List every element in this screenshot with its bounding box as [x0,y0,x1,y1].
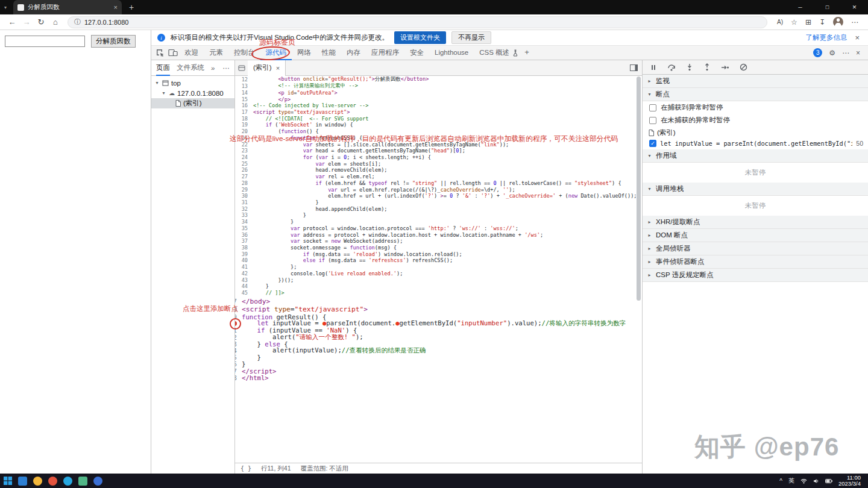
wifi-icon[interactable] [800,478,807,484]
section-XHR/提取断点[interactable]: ▸XHR/提取断点 [643,216,868,229]
tray-expand-icon[interactable]: ^ [779,478,782,484]
tab-close-icon[interactable]: × [114,4,118,11]
breakpoint-file-group[interactable]: (索引) [643,127,868,139]
more-tabs-icon[interactable]: » [211,64,215,72]
browser-menu-icon[interactable]: ⋯ [851,18,858,27]
section-事件侦听器断点[interactable]: ▸事件侦听器断点 [643,255,868,269]
number-input[interactable] [5,36,85,47]
checkbox-unchecked-icon[interactable] [649,104,656,111]
line-number[interactable]: 28 [235,180,253,186]
inspect-element-icon[interactable] [154,47,166,59]
clock[interactable]: 11:00 2023/3/4 [838,475,861,487]
pretty-print-icon[interactable]: { } [241,465,251,472]
tab-search-icon[interactable]: ▾ [0,5,11,10]
line-number[interactable]: 39 [235,251,253,257]
address-bar[interactable]: ⓘ 127.0.0.1:8080 [68,16,767,28]
section-全局侦听器[interactable]: ▸全局侦听器 [643,242,868,255]
navigator-menu-icon[interactable]: ⋯ [223,64,230,72]
line-number[interactable]: 14 [235,90,253,96]
close-button[interactable]: ✕ [841,0,868,14]
site-info-icon[interactable]: ⓘ [74,17,81,27]
dismiss-button[interactable]: 不再显示 [451,31,491,44]
section-CSP 违反规定断点[interactable]: ▸CSP 违反规定断点 [643,269,868,282]
editor-file-tab[interactable]: (索引) × [248,60,286,76]
line-number[interactable]: 19 [235,122,253,128]
volume-icon[interactable] [813,478,819,484]
devtools-close-icon[interactable]: × [856,49,860,57]
pause-button[interactable] [650,64,657,71]
devtools-tab-内存[interactable]: 内存 [341,46,366,60]
device-toolbar-icon[interactable] [166,47,179,59]
editor-tab-list-icon[interactable] [235,62,248,74]
step-button[interactable] [721,64,729,71]
new-tab-button[interactable]: + [129,2,134,12]
maximize-button[interactable]: □ [814,0,841,14]
line-number[interactable]: 34 [235,219,253,225]
breakpoint-entry[interactable]: ✓ let inputValue = parseInt(document.get… [643,139,868,149]
line-number[interactable]: 31 [235,199,253,205]
tree-item-top[interactable]: ▾top [151,78,234,88]
taskbar-app-icon[interactable] [48,477,57,486]
line-number[interactable]: 30 [235,193,253,199]
pause-caught-row[interactable]: 在捕获到异常时暂停 [643,101,868,114]
read-aloud-icon[interactable]: A) [777,19,783,25]
line-number[interactable]: 13 [235,83,253,89]
devtools-tab-CSS 概述[interactable]: CSS 概述 [474,46,515,60]
line-number[interactable]: 56 [235,360,242,368]
line-number[interactable]: 12 [235,77,253,83]
line-number[interactable]: 35 [235,225,253,231]
infobar-close-icon[interactable]: × [852,33,862,42]
start-button[interactable] [4,477,12,485]
more-tools-button[interactable]: + [521,46,533,60]
section-breakpoints[interactable]: ▾ 断点 [643,88,868,101]
devtools-tab-欢迎[interactable]: 欢迎 [179,46,204,60]
browser-tab[interactable]: 分解质因数 × [13,0,122,14]
devtools-tab-应用程序[interactable]: 应用程序 [366,46,404,60]
taskbar-app-icon[interactable] [33,477,42,486]
step-over-button[interactable] [667,64,676,71]
tab-filesystem[interactable]: 文件系统 [177,63,204,72]
section-watch[interactable]: ▸ 监视 [643,75,868,88]
line-number[interactable]: 45 [235,290,253,296]
toggle-sidebar-icon[interactable] [630,64,642,71]
devtools-tab-安全[interactable]: 安全 [404,46,429,60]
forward-button[interactable]: → [19,17,34,27]
devtools-tab-网络[interactable]: 网络 [292,46,316,60]
section-call-stack[interactable]: ▾ 调用堆栈 [643,183,868,196]
line-number[interactable]: 42 [235,271,253,277]
step-into-button[interactable] [686,63,693,71]
line-number[interactable]: 55 [235,354,242,361]
back-button[interactable]: ← [5,17,19,27]
tab-page[interactable]: 页面 [156,60,170,76]
line-number[interactable]: 38 [235,245,253,251]
home-button[interactable]: ⌂ [48,17,63,27]
collections-icon[interactable]: ⊞ [805,18,811,27]
downloads-icon[interactable]: ↧ [819,18,825,27]
line-number[interactable]: 41 [235,264,253,270]
line-number[interactable]: 24 [235,154,253,160]
line-number[interactable]: 52 [235,334,242,341]
issues-badge[interactable]: 3 [813,48,822,57]
line-number[interactable]: 58 [235,374,242,381]
taskbar-app-icon[interactable] [78,477,87,486]
minimize-button[interactable]: ─ [787,0,814,14]
line-number[interactable]: 17 [235,109,253,115]
checkbox-unchecked-icon[interactable] [649,117,656,124]
section-scope[interactable]: ▾ 作用域 [643,149,868,163]
line-number[interactable]: 27 [235,174,253,180]
settings-gear-icon[interactable]: ⚙ [829,49,835,57]
tree-item-127.0.0.1:8080[interactable]: ▾☁127.0.0.1:8080 [151,88,234,98]
taskbar-app-icon[interactable] [18,477,27,486]
deactivate-breakpoints-icon[interactable] [740,63,747,71]
devtools-tab-Lighthouse[interactable]: Lighthouse [429,46,474,60]
line-number[interactable]: 53 [235,340,242,348]
learn-more-link[interactable]: 了解更多信息 [805,33,847,42]
line-number[interactable]: 37 [235,238,253,244]
tree-item-(索引)[interactable]: (索引) [151,98,234,108]
taskbar-app-icon[interactable] [63,477,72,486]
line-number[interactable]: 20 [235,128,253,134]
set-root-folder-button[interactable]: 设置根文件夹 [394,31,446,44]
refresh-button[interactable]: ↻ [34,17,48,27]
battery-icon[interactable] [825,479,832,483]
pause-uncaught-row[interactable]: 在未捕获的异常时暂停 [643,114,868,127]
